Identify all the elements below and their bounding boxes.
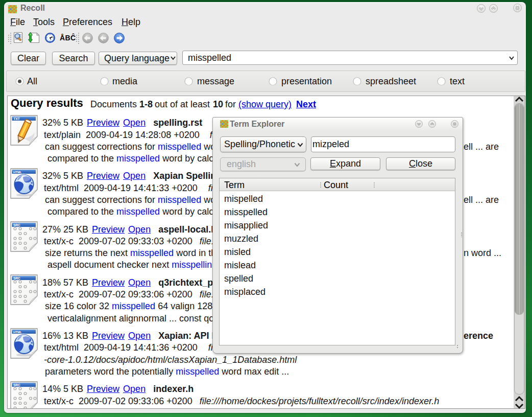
svg-text:HTML: HTML [13, 331, 22, 334]
svg-text:TXT: TXT [14, 117, 20, 121]
svg-text:HTML: HTML [13, 171, 22, 174]
